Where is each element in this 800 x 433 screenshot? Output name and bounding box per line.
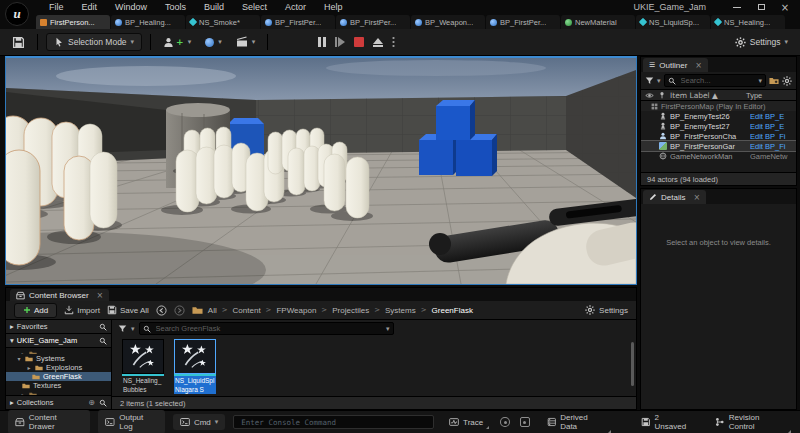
trace-screenshot-icon[interactable] <box>520 417 530 427</box>
pause-button[interactable] <box>318 37 326 47</box>
outliner-row[interactable]: BP_FirstPersonCha Edit BP_Fi <box>641 131 796 141</box>
asset-search-box[interactable]: ▾ <box>139 322 394 335</box>
menu-file[interactable]: File <box>40 2 73 12</box>
menu-edit[interactable]: Edit <box>73 2 107 12</box>
cinematics-button[interactable]: ▾ <box>232 34 260 50</box>
search-icon[interactable] <box>99 337 107 345</box>
breadcrumb-item[interactable]: Systems <box>385 306 416 315</box>
outliner-row[interactable]: BP_EnemyTest27 Edit BP_E <box>641 121 796 131</box>
folder-item-clipped[interactable]: ▸ <box>6 390 111 395</box>
add-button[interactable]: Add <box>14 303 57 318</box>
search-icon[interactable] <box>99 323 107 331</box>
tree-item-textures[interactable]: Textures <box>6 381 111 390</box>
column-type[interactable]: Type <box>746 91 792 100</box>
derived-data-button[interactable]: Derived Data <box>540 410 612 433</box>
tab-ns-smoke[interactable]: NS_Smoke* <box>186 15 260 29</box>
asset-tile-ns-healing-bubbles[interactable]: NS_Healing_ Bubbles <box>122 339 166 394</box>
menu-window[interactable]: Window <box>106 2 156 12</box>
selection-mode-dropdown[interactable]: Selection Mode ▾ <box>46 33 142 51</box>
save-all-button[interactable]: Save All <box>107 305 149 315</box>
asset-view-scrollbar[interactable] <box>631 342 634 386</box>
tab-ns-healing[interactable]: NS_Healing... <box>711 15 785 29</box>
outliner-row-selected[interactable]: BP_FirstPersonGar Edit BP_Fi <box>641 141 796 151</box>
breadcrumb-item[interactable]: Projectiles <box>332 306 369 315</box>
save-button[interactable] <box>8 34 29 51</box>
details-tab[interactable]: Details × <box>643 190 706 204</box>
gear-icon[interactable] <box>782 76 792 86</box>
tree-item-systems[interactable]: ▾ Systems <box>6 354 111 363</box>
stop-button[interactable] <box>354 37 364 47</box>
menu-select[interactable]: Select <box>233 2 276 12</box>
new-folder-icon[interactable] <box>769 76 779 86</box>
edit-blueprint-link[interactable]: Edit BP_Fi <box>750 142 796 151</box>
playback-options-icon[interactable] <box>392 36 395 48</box>
edit-blueprint-link[interactable]: Edit BP_E <box>750 112 796 121</box>
tab-bp-weapon[interactable]: BP_Weapon... <box>411 15 485 29</box>
breadcrumb-item[interactable]: Content <box>233 306 261 315</box>
content-browser-tab[interactable]: Content Browser × <box>10 289 109 301</box>
add-actor-button[interactable]: + ▾ <box>159 35 195 50</box>
tab-firstperson-map[interactable]: FirstPerson... <box>36 15 110 29</box>
outliner-tab[interactable]: ☰ Outliner × <box>643 58 708 72</box>
menu-build[interactable]: Build <box>195 2 233 12</box>
menu-help[interactable]: Help <box>315 2 352 12</box>
tab-bp-firstper-2[interactable]: BP_FirstPer... <box>336 15 410 29</box>
tree-item-explosions[interactable]: ▸ Explosions <box>6 363 111 372</box>
asset-search-input[interactable] <box>154 323 383 334</box>
forward-icon[interactable] <box>174 305 185 316</box>
output-log-button[interactable]: Output Log <box>98 410 164 433</box>
unsaved-button[interactable]: 2 Unsaved <box>634 410 698 433</box>
revision-control-button[interactable]: Revision Control <box>708 410 792 433</box>
menu-actor[interactable]: Actor <box>276 2 315 12</box>
console-command-box[interactable] <box>233 415 434 429</box>
minimize-icon[interactable] <box>732 2 742 12</box>
eye-icon[interactable] <box>645 91 654 100</box>
tab-bp-healing[interactable]: BP_Healing... <box>111 15 185 29</box>
close-icon[interactable]: × <box>693 193 700 202</box>
project-header[interactable]: ▾ UKIE_Game_Jam <box>6 334 111 348</box>
tab-ns-liquidsp[interactable]: NS_LiquidSp... <box>636 15 710 29</box>
edit-blueprint-link[interactable]: Edit BP_Fi <box>750 132 796 141</box>
breadcrumb-item-current[interactable]: GreenFlask <box>432 306 473 315</box>
trace-button[interactable]: Trace <box>442 414 490 430</box>
blueprints-button[interactable]: ▾ <box>201 36 226 49</box>
outliner-row[interactable]: BP_EnemyTest26 Edit BP_E <box>641 111 796 121</box>
tab-bp-firstper-3[interactable]: BP_FirstPer... <box>486 15 560 29</box>
toolbar-settings-button[interactable]: Settings ▾ <box>735 37 792 48</box>
import-button[interactable]: Import <box>64 305 100 315</box>
level-viewport[interactable] <box>5 56 637 285</box>
breadcrumb-item[interactable]: All <box>208 306 217 315</box>
collections-header[interactable]: ▸ Collections ⊕ <box>6 395 111 409</box>
folder-item-clipped[interactable]: ▸ <box>6 349 111 354</box>
console-command-input[interactable] <box>239 417 428 428</box>
filter-icon[interactable] <box>118 324 127 333</box>
add-collection-icon[interactable]: ⊕ <box>88 398 95 407</box>
frame-skip-button[interactable] <box>335 37 345 47</box>
favorites-header[interactable]: ▸ Favorites <box>6 320 111 334</box>
trace-marker-icon[interactable] <box>500 417 510 427</box>
tab-newmaterial[interactable]: NewMaterial <box>561 15 635 29</box>
asset-tile-ns-liquidsplash[interactable]: NS_LiquidSpl Niagara S <box>174 339 218 394</box>
eject-button[interactable] <box>373 38 383 47</box>
pin-icon[interactable] <box>658 91 666 99</box>
edit-blueprint-link[interactable]: Edit BP_E <box>750 122 796 131</box>
content-drawer-button[interactable]: Content Drawer <box>8 410 90 433</box>
breadcrumb-item[interactable]: FPWeapon <box>276 306 316 315</box>
outliner-row-map[interactable]: FirstPersonMap (Play In Editor) <box>641 101 796 111</box>
column-item-label[interactable]: Item Label ▲ <box>670 91 718 100</box>
maximize-icon[interactable] <box>756 2 766 12</box>
outliner-row[interactable]: GameNetworkMan GameNetw <box>641 151 796 161</box>
close-icon[interactable]: × <box>780 2 790 12</box>
close-icon[interactable]: × <box>97 291 104 300</box>
cmd-dropdown[interactable]: Cmd ▾ <box>173 414 225 430</box>
tab-bp-firstper-1[interactable]: BP_FirstPer... <box>261 15 335 29</box>
tree-item-greenflask[interactable]: GreenFlask <box>6 372 111 381</box>
close-icon[interactable]: × <box>695 61 702 70</box>
search-icon[interactable] <box>99 399 107 407</box>
outliner-search-box[interactable]: ▾ <box>664 74 766 87</box>
back-icon[interactable] <box>156 305 167 316</box>
content-browser-settings-button[interactable]: Settings <box>585 305 628 315</box>
menu-tools[interactable]: Tools <box>156 2 195 12</box>
outliner-search-input[interactable] <box>679 75 756 86</box>
filter-icon[interactable] <box>645 76 654 85</box>
